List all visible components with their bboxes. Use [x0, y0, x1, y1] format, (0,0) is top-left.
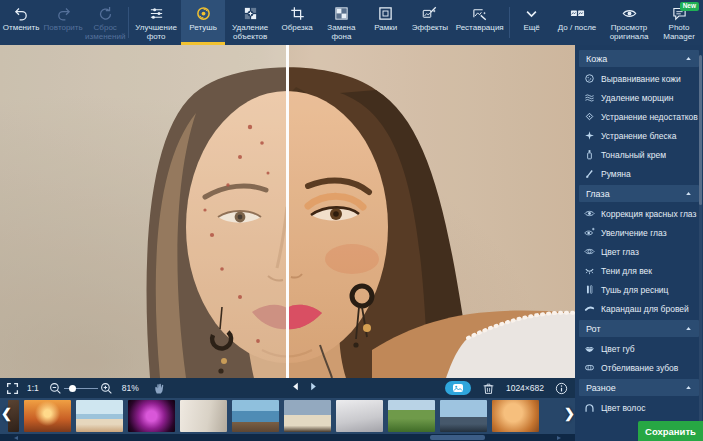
- compare-image-icon: [452, 382, 464, 394]
- thumbnail-purple-flower[interactable]: [128, 400, 175, 432]
- tab-label: Рамки: [374, 24, 397, 33]
- crop-icon: [290, 6, 305, 21]
- view-buttons-group: До / после Просмотр оригинала New Photo …: [551, 0, 703, 45]
- tab-label: Реставрация: [456, 24, 504, 33]
- tool-label: Увеличение глаз: [601, 228, 667, 238]
- tool-label: Устранение блеска: [601, 131, 676, 141]
- undo-icon: [14, 6, 29, 21]
- tool-eyebrow-pencil[interactable]: Карандаш для бровей: [575, 299, 703, 318]
- frames-icon: [378, 6, 393, 21]
- tab-background-replace[interactable]: Замена фона: [319, 0, 363, 45]
- filmstrip-scrollbar-track[interactable]: [0, 434, 575, 441]
- blemish-removal-icon: [584, 111, 595, 122]
- sidebar-scrollbar-thumb[interactable]: [699, 55, 702, 205]
- info-icon[interactable]: [555, 382, 568, 395]
- filmstrip: [0, 398, 575, 434]
- view-original-button[interactable]: Просмотр оригинала: [603, 0, 655, 45]
- tab-crop[interactable]: Обрезка: [275, 0, 319, 45]
- filmstrip-scrollbar-handle[interactable]: [430, 435, 485, 440]
- thumbnail-bride-dress[interactable]: [336, 400, 383, 432]
- thumbnail-green-field-couple[interactable]: [388, 400, 435, 432]
- next-photo-button[interactable]: [308, 381, 319, 392]
- thumbnail-country-house[interactable]: [284, 400, 331, 432]
- tool-foundation[interactable]: Тональный крем: [575, 145, 703, 164]
- thumbnail-coastal-rocks[interactable]: [232, 400, 279, 432]
- zoom-percent[interactable]: 81%: [122, 383, 139, 393]
- zoom-in-icon[interactable]: [100, 382, 113, 395]
- thumbnail-beach-bay[interactable]: [76, 400, 123, 432]
- tab-frames[interactable]: Рамки: [364, 0, 408, 45]
- zoom-slider-knob[interactable]: [69, 385, 76, 392]
- tool-shine-removal[interactable]: Устранение блеска: [575, 126, 703, 145]
- blush-icon: [584, 168, 595, 179]
- teeth-whitening-icon: [584, 362, 595, 373]
- reset-changes-button[interactable]: Сброс изменений: [84, 0, 126, 45]
- filmstrip-scroll-left-icon[interactable]: ❮: [1, 404, 12, 424]
- tab-label: Замена фона: [321, 24, 361, 42]
- tool-eyeshadow[interactable]: Тени для век: [575, 261, 703, 280]
- actual-size-button[interactable]: 1:1: [27, 383, 39, 393]
- redo-button[interactable]: Повторить: [42, 0, 84, 45]
- tab-object-removal[interactable]: Удаление объектов: [225, 0, 275, 45]
- undo-button[interactable]: Отменить: [0, 0, 42, 45]
- tool-teeth-whitening[interactable]: Отбеливание зубов: [575, 358, 703, 377]
- section-header-mouth[interactable]: Рот: [579, 320, 699, 337]
- tool-label: Цвет глаз: [601, 247, 639, 257]
- before-after-button[interactable]: До / после: [551, 0, 603, 45]
- fit-screen-icon[interactable]: [6, 382, 19, 395]
- before-after-icon: [570, 6, 585, 21]
- tool-eye-color[interactable]: Цвет глаз: [575, 242, 703, 261]
- section-header-skin[interactable]: Кожа: [579, 50, 699, 67]
- tab-more[interactable]: Ещё: [512, 0, 551, 45]
- scrollbar-left-arrow[interactable]: [14, 436, 18, 440]
- photo-manager-button[interactable]: New Photo Manager: [655, 0, 703, 45]
- tool-label: Отбеливание зубов: [601, 363, 678, 373]
- tab-effects[interactable]: Эффекты: [408, 0, 452, 45]
- tool-label: Коррекция красных глаз: [601, 209, 696, 219]
- reset-label: Сброс изменений: [84, 24, 126, 42]
- collapse-up-icon: [685, 190, 692, 197]
- thumbnail-sunset-couple[interactable]: [24, 400, 71, 432]
- foundation-icon: [584, 149, 595, 160]
- section-title: Рот: [586, 324, 601, 334]
- tool-lip-color[interactable]: Цвет губ: [575, 339, 703, 358]
- collapse-up-icon: [685, 325, 692, 332]
- eyebrow-pencil-icon: [584, 303, 595, 314]
- save-button[interactable]: Сохранить: [638, 421, 703, 441]
- zoom-out-icon[interactable]: [49, 382, 62, 395]
- red-eye-icon: [584, 208, 595, 219]
- thumbnail-beach-group[interactable]: [440, 400, 487, 432]
- thumbnail-white-interior[interactable]: [180, 400, 227, 432]
- tab-label: Ретушь: [189, 24, 217, 33]
- hand-tool-icon[interactable]: [153, 382, 166, 395]
- section-header-eyes[interactable]: Глаза: [579, 185, 699, 202]
- before-after-divider[interactable]: [286, 45, 289, 378]
- tab-photo-enhance[interactable]: Улучшение фото: [131, 0, 181, 45]
- tool-blemish-removal[interactable]: Устранение недостатков: [575, 107, 703, 126]
- tab-restoration[interactable]: Реставрация: [452, 0, 507, 45]
- retouch-lens-icon: [196, 6, 211, 21]
- filmstrip-scroll-right-icon[interactable]: ❯: [564, 404, 575, 424]
- thumbnail-warm-portrait[interactable]: [492, 400, 539, 432]
- shine-removal-icon: [584, 130, 595, 141]
- section-header-misc[interactable]: Разное: [579, 379, 699, 396]
- tool-mascara[interactable]: Тушь для ресниц: [575, 280, 703, 299]
- hair-color-icon: [584, 402, 595, 413]
- tool-red-eye-correction[interactable]: Коррекция красных глаз: [575, 204, 703, 223]
- scrollbar-right-arrow[interactable]: [557, 436, 561, 440]
- tool-blush[interactable]: Румяна: [575, 164, 703, 183]
- tab-retouch[interactable]: Ретушь: [181, 0, 225, 45]
- status-bar: 1:1 81% 1024×682: [0, 378, 575, 398]
- tool-eye-enlarge[interactable]: Увеличение глаз: [575, 223, 703, 242]
- tool-skin-smoothing[interactable]: Выравнивание кожи: [575, 69, 703, 88]
- compare-toggle-button[interactable]: [445, 381, 471, 395]
- top-toolbar: Отменить Повторить Сброс изменений Улучш…: [0, 0, 703, 45]
- skin-smoothing-icon: [584, 73, 595, 84]
- previous-photo-button[interactable]: [290, 381, 301, 392]
- tool-wrinkle-removal[interactable]: Удаление морщин: [575, 88, 703, 107]
- mascara-icon: [584, 284, 595, 295]
- zoom-slider[interactable]: [64, 388, 98, 389]
- trash-icon[interactable]: [482, 382, 495, 395]
- redo-label: Повторить: [44, 24, 83, 33]
- tool-hair-color[interactable]: Цвет волос: [575, 398, 703, 417]
